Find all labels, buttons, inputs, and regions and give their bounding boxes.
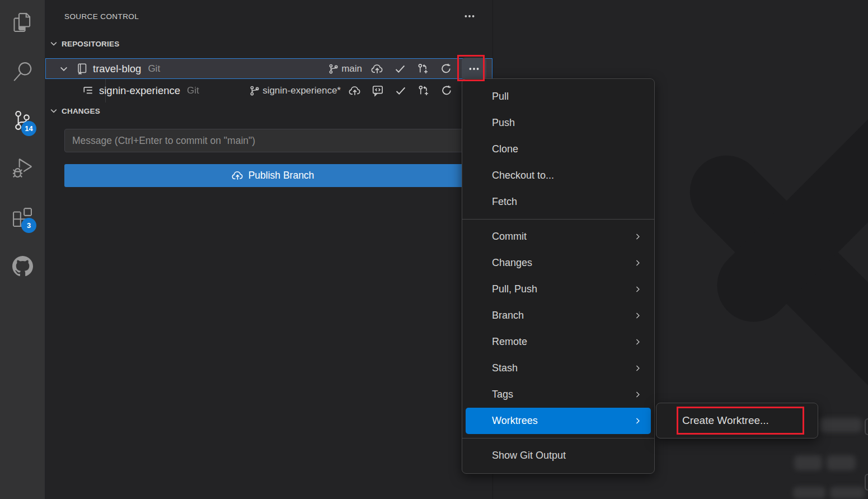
repo-provider: Git <box>148 63 160 74</box>
menu-item-changes[interactable]: Changes <box>466 250 651 276</box>
blurred-text-blob <box>819 418 862 432</box>
menu-item-label: Commit <box>492 231 527 242</box>
publish-action-button[interactable] <box>365 59 388 78</box>
git-pull-request-create-icon <box>417 85 430 97</box>
check-icon <box>394 63 406 75</box>
blurred-text-blob <box>830 487 865 499</box>
cloud-upload-icon <box>232 170 243 181</box>
menu-item-label: Clone <box>492 143 518 155</box>
commit-action-button[interactable] <box>388 59 411 78</box>
check-icon <box>395 85 407 97</box>
checkout-branch-button[interactable]: main <box>328 63 362 74</box>
menu-item-label: Branch <box>492 310 524 321</box>
github-icon <box>12 256 33 277</box>
menu-item-label: Fetch <box>492 196 517 208</box>
menu-item-push[interactable]: Push <box>466 110 651 136</box>
keycap-edge <box>865 418 868 435</box>
panel-more-actions-button[interactable] <box>461 9 478 24</box>
sidebar-item-extensions[interactable] <box>0 198 45 237</box>
run-debug-icon <box>13 158 32 178</box>
blurred-text-blob <box>793 487 825 499</box>
repo-provider: Git <box>187 85 199 96</box>
menu-item-pull[interactable]: Pull <box>466 83 651 110</box>
cloud-upload-icon <box>371 63 383 75</box>
blurred-text-blob <box>794 455 822 470</box>
commit-action-button[interactable] <box>389 81 412 100</box>
comment-code-icon <box>372 85 384 97</box>
git-pull-request-create-icon <box>417 63 429 75</box>
more-actions-icon <box>463 10 476 22</box>
panel-title: SOURCE CONTROL <box>64 12 139 21</box>
menu-item-label: Worktrees <box>492 415 538 427</box>
menu-item-label: Show Git Output <box>492 450 566 461</box>
menu-item-branch[interactable]: Branch <box>466 302 651 329</box>
chevron-right-icon <box>634 364 642 372</box>
menu-item-label: Remote <box>492 336 527 348</box>
sidebar-item-search[interactable] <box>0 52 45 91</box>
menu-item-label: Stash <box>492 362 518 374</box>
menu-item-label: Changes <box>492 257 532 269</box>
files-icon <box>13 13 32 32</box>
extensions-badge: 3 <box>21 218 36 233</box>
menu-item-show-git-output[interactable]: Show Git Output <box>466 442 651 469</box>
publish-branch-button[interactable]: Publish Branch <box>64 164 481 187</box>
menu-item-clone[interactable]: Clone <box>466 136 651 162</box>
branch-name: main <box>341 63 362 74</box>
refresh-icon <box>440 85 453 97</box>
list-tree-icon <box>82 85 94 97</box>
checkout-branch-button[interactable]: signin-experience* <box>249 85 341 96</box>
chevron-right-icon <box>634 232 642 241</box>
publish-branch-label: Publish Branch <box>248 170 315 181</box>
menu-item-worktrees[interactable]: Worktrees <box>466 408 651 434</box>
branch-name: signin-experience* <box>262 85 341 96</box>
repo-name: signin-experience <box>99 85 180 97</box>
chevron-down-icon <box>49 39 58 48</box>
menu-item-label: Push <box>492 117 515 129</box>
menu-item-fetch[interactable]: Fetch <box>466 189 651 215</box>
section-label: REPOSITORIES <box>62 40 119 48</box>
repo-row-signin-experience[interactable]: signin-experience Git signin-experience* <box>45 79 492 102</box>
chevron-right-icon <box>634 311 642 320</box>
vscode-window: 14 3 SOURCE CONTROL REPOSITORIES travel-… <box>0 0 868 499</box>
refresh-button[interactable] <box>434 59 457 78</box>
menu-item-tags[interactable]: Tags <box>466 381 651 408</box>
sidebar-item-run-debug[interactable] <box>0 148 45 188</box>
repo-icon <box>76 63 88 74</box>
repositories-section-header[interactable]: REPOSITORIES <box>49 39 119 48</box>
create-pull-request-button[interactable] <box>411 59 434 78</box>
menu-item-create-worktree[interactable]: Create Worktree... <box>660 407 814 435</box>
repo-more-actions-button[interactable] <box>462 58 486 80</box>
repo-row-travel-blog[interactable]: travel-blog Git main <box>45 58 492 79</box>
menu-item-pull-push[interactable]: Pull, Push <box>466 276 651 302</box>
git-branch-icon <box>328 63 339 74</box>
refresh-button[interactable] <box>435 81 458 100</box>
menu-item-label: Pull, Push <box>492 283 537 295</box>
sidebar-item-explorer[interactable] <box>0 3 45 42</box>
menu-item-remote[interactable]: Remote <box>466 329 651 355</box>
chevron-down-icon[interactable] <box>59 64 69 74</box>
chevron-down-icon <box>49 106 58 115</box>
menu-item-stash[interactable]: Stash <box>466 355 651 381</box>
chevron-right-icon <box>634 285 642 293</box>
changes-section-header[interactable]: CHANGES <box>49 106 100 115</box>
section-label: CHANGES <box>62 107 100 115</box>
publish-action-button[interactable] <box>343 81 366 100</box>
menu-item-commit[interactable]: Commit <box>466 223 651 250</box>
menu-item-label: Tags <box>492 389 513 400</box>
source-control-panel: SOURCE CONTROL REPOSITORIES travel-blog … <box>45 0 493 499</box>
commit-message-input[interactable] <box>64 129 481 152</box>
source-control-badge: 14 <box>21 121 36 136</box>
more-actions-icon <box>468 63 480 75</box>
refresh-icon <box>440 63 452 75</box>
repo-name: travel-blog <box>93 63 141 75</box>
sidebar-item-github[interactable] <box>0 246 45 286</box>
menu-item-checkout-to[interactable]: Checkout to... <box>466 162 651 189</box>
activity-bar: 14 3 <box>0 0 45 499</box>
git-branch-icon <box>249 85 260 96</box>
cloud-upload-icon <box>349 85 361 97</box>
git-context-menu: Pull Push Clone Checkout to... Fetch Com… <box>462 78 655 474</box>
create-pull-request-button[interactable] <box>412 81 435 100</box>
sidebar-item-source-control[interactable] <box>0 101 45 140</box>
comment-action-button[interactable] <box>366 81 389 100</box>
menu-item-label: Create Worktree... <box>682 414 769 427</box>
